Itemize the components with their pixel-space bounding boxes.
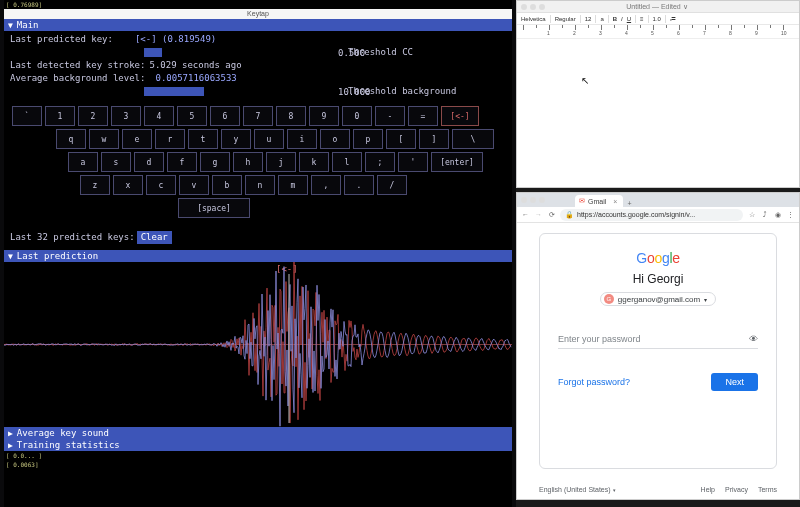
browser-tab[interactable]: ✉ Gmail ×	[575, 195, 623, 207]
forward-icon[interactable]: →	[534, 211, 543, 218]
key-k[interactable]: k	[299, 152, 329, 172]
key-[interactable]: `	[12, 106, 42, 126]
clear-button[interactable]: Clear	[137, 231, 172, 244]
key-[interactable]: ,	[311, 175, 341, 195]
key-i[interactable]: i	[287, 129, 317, 149]
close-icon[interactable]	[521, 197, 527, 203]
back-icon[interactable]: ←	[521, 211, 530, 218]
threshold-bg-slider[interactable]: 10.000	[144, 87, 334, 96]
text-color-icon[interactable]: a	[600, 16, 603, 22]
show-password-icon[interactable]: 👁	[749, 334, 758, 344]
minimize-icon[interactable]	[530, 197, 536, 203]
key-[interactable]: [<-]	[441, 106, 479, 126]
key-7[interactable]: 7	[243, 106, 273, 126]
underline-icon[interactable]: U	[627, 16, 631, 22]
key-y[interactable]: y	[221, 129, 251, 149]
browser-window: ✉ Gmail × + ← → ⟳ 🔒 https://accounts.goo…	[516, 192, 800, 500]
new-tab-button[interactable]: +	[623, 200, 635, 207]
right-column: Untitled — Edited ∨ Helvetica Regular 12…	[516, 0, 800, 507]
key-[interactable]: ]	[419, 129, 449, 149]
key-s[interactable]: s	[101, 152, 131, 172]
key-6[interactable]: 6	[210, 106, 240, 126]
key-[interactable]: /	[377, 175, 407, 195]
key-3[interactable]: 3	[111, 106, 141, 126]
key-0[interactable]: 0	[342, 106, 372, 126]
zoom-icon[interactable]	[539, 197, 545, 203]
address-bar[interactable]: 🔒 https://accounts.google.com/signin/v..…	[560, 209, 743, 221]
font-size-selector[interactable]: 12	[585, 16, 592, 22]
key-5[interactable]: 5	[177, 106, 207, 126]
ruler[interactable]: 12345678910	[517, 25, 799, 39]
list-icon[interactable]: ≔	[670, 15, 676, 22]
key-[interactable]: =	[408, 106, 438, 126]
key-q[interactable]: q	[56, 129, 86, 149]
terms-link[interactable]: Terms	[758, 486, 777, 493]
caret-down-icon: ▼	[8, 21, 13, 30]
key-b[interactable]: b	[212, 175, 242, 195]
key-x[interactable]: x	[113, 175, 143, 195]
privacy-link[interactable]: Privacy	[725, 486, 748, 493]
key-c[interactable]: c	[146, 175, 176, 195]
star-icon[interactable]: ☆	[747, 211, 756, 219]
key-t[interactable]: t	[188, 129, 218, 149]
key-[interactable]: .	[344, 175, 374, 195]
password-input[interactable]: Enter your password 👁	[558, 328, 758, 349]
section-avg-key-sound-header[interactable]: ▶ Average key sound	[4, 427, 512, 439]
next-button[interactable]: Next	[711, 373, 758, 391]
font-style-selector[interactable]: Regular	[555, 16, 576, 22]
key-z[interactable]: z	[80, 175, 110, 195]
key-g[interactable]: g	[200, 152, 230, 172]
key-space[interactable]: [space]	[178, 198, 250, 218]
close-tab-icon[interactable]: ×	[613, 198, 617, 205]
key-[interactable]: -	[375, 106, 405, 126]
key-2[interactable]: 2	[78, 106, 108, 126]
key-o[interactable]: o	[320, 129, 350, 149]
key-8[interactable]: 8	[276, 106, 306, 126]
key-[interactable]: \	[452, 129, 494, 149]
italic-icon[interactable]: I	[621, 16, 623, 22]
key-p[interactable]: p	[353, 129, 383, 149]
key-9[interactable]: 9	[309, 106, 339, 126]
key-[interactable]: '	[398, 152, 428, 172]
language-selector[interactable]: English (United States) ▾	[539, 486, 616, 493]
help-link[interactable]: Help	[701, 486, 715, 493]
profile-icon[interactable]: ◉	[773, 211, 782, 219]
key-d[interactable]: d	[134, 152, 164, 172]
reload-icon[interactable]: ⟳	[547, 211, 556, 219]
cursor-icon: ↖	[581, 75, 589, 86]
editor-canvas[interactable]: ↖	[517, 39, 799, 187]
key-a[interactable]: a	[68, 152, 98, 172]
align-icon[interactable]: ≡	[640, 16, 644, 22]
key-[interactable]: ;	[365, 152, 395, 172]
share-icon[interactable]: ⤴	[760, 211, 769, 218]
key-u[interactable]: u	[254, 129, 284, 149]
menu-icon[interactable]: ⋮	[786, 211, 795, 219]
minimize-icon[interactable]	[530, 4, 536, 10]
line-spacing-selector[interactable]: 1.0	[653, 16, 661, 22]
font-selector[interactable]: Helvetica	[521, 16, 546, 22]
threshold-cc-slider[interactable]: 0.500	[144, 48, 334, 57]
key-h[interactable]: h	[233, 152, 263, 172]
close-icon[interactable]	[521, 4, 527, 10]
key-4[interactable]: 4	[144, 106, 174, 126]
caret-right-icon: ▶	[8, 441, 13, 450]
key-f[interactable]: f	[167, 152, 197, 172]
key-[interactable]: [	[386, 129, 416, 149]
account-chip[interactable]: G ggerganov@gmail.com ▾	[600, 292, 716, 306]
key-1[interactable]: 1	[45, 106, 75, 126]
section-training-stats-header[interactable]: ▶ Training statistics	[4, 439, 512, 451]
section-main-header[interactable]: ▼ Main	[4, 19, 512, 31]
key-m[interactable]: m	[278, 175, 308, 195]
key-l[interactable]: l	[332, 152, 362, 172]
key-v[interactable]: v	[179, 175, 209, 195]
key-j[interactable]: j	[266, 152, 296, 172]
key-e[interactable]: e	[122, 129, 152, 149]
key-enter[interactable]: [enter]	[431, 152, 483, 172]
key-r[interactable]: r	[155, 129, 185, 149]
key-w[interactable]: w	[89, 129, 119, 149]
key-n[interactable]: n	[245, 175, 275, 195]
bold-icon[interactable]: B	[613, 16, 617, 22]
virtual-keyboard: `1234567890-=[<-] qwertyuiop[]\ asdfghjk…	[4, 98, 512, 225]
section-last-prediction-header[interactable]: ▼ Last prediction	[4, 250, 512, 262]
forgot-password-link[interactable]: Forgot password?	[558, 377, 630, 387]
